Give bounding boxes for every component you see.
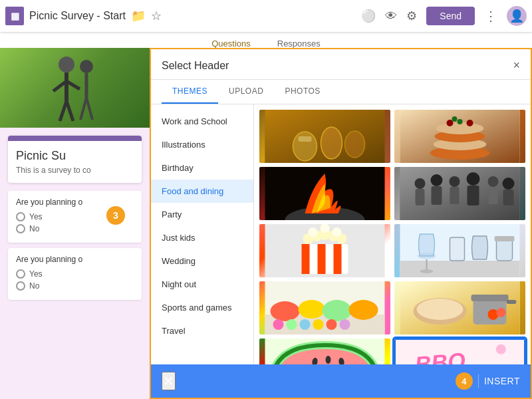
svg-point-52: [309, 227, 318, 237]
photo-tile-drinks[interactable]: [259, 110, 390, 163]
photo-tile-popcorn[interactable]: [259, 224, 390, 277]
badge-3: 3: [106, 206, 125, 225]
category-birthday[interactable]: Birthday: [151, 156, 253, 180]
category-food-dining[interactable]: Food and dining: [151, 180, 253, 203]
form-desc: This is a survey to co: [16, 166, 134, 175]
question-card-2: Are you planning o Yes No: [8, 248, 142, 300]
svg-point-66: [299, 300, 325, 319]
radio-yes-2: Yes: [16, 269, 134, 279]
question-text-2: Are you planning o: [16, 255, 134, 264]
category-party[interactable]: Party: [151, 203, 253, 226]
footer-close-button[interactable]: ✕: [162, 372, 176, 390]
modal-title: Select Header: [162, 60, 229, 72]
form-title: Picnic Su: [16, 149, 134, 163]
svg-point-13: [321, 127, 342, 159]
photo-tile-pancakes[interactable]: [394, 110, 525, 163]
svg-rect-33: [432, 186, 442, 205]
question-text-1: Are you planning o: [16, 198, 134, 207]
svg-point-34: [450, 176, 460, 187]
svg-point-36: [467, 172, 480, 186]
photo-tile-bbq[interactable]: BBQ: [394, 338, 525, 364]
photo-tile-yellow-food[interactable]: [394, 281, 525, 334]
modal-tab-themes[interactable]: THEMES: [162, 80, 218, 104]
svg-rect-61: [497, 239, 513, 261]
radio-no-1: No: [16, 224, 134, 233]
doc-title: Picnic Survey - Start: [29, 10, 126, 22]
svg-point-14: [345, 131, 365, 158]
footer-right: 4 INSERT: [456, 372, 520, 390]
radio-no-2: No: [16, 281, 134, 291]
radio-circle-no-2: [16, 281, 25, 291]
svg-point-22: [447, 120, 454, 126]
category-work-school[interactable]: Work and School: [151, 110, 253, 133]
svg-point-0: [59, 57, 74, 72]
category-night-out[interactable]: Night out: [151, 273, 253, 296]
svg-point-72: [313, 319, 324, 330]
svg-point-65: [271, 301, 300, 321]
radio-circle-yes-1: [16, 212, 25, 221]
svg-line-8: [80, 98, 86, 120]
svg-point-67: [323, 300, 352, 321]
photo-tile-food-spread[interactable]: [259, 281, 390, 334]
svg-point-59: [420, 269, 434, 273]
svg-point-69: [273, 319, 284, 330]
svg-point-12: [293, 132, 317, 161]
form-card-body: Picnic Su This is a survey to co: [8, 141, 142, 183]
svg-point-40: [503, 178, 515, 190]
photo-grid: BBQ 🍕: [254, 104, 531, 364]
svg-point-25: [452, 116, 458, 122]
photo-tile-crowd[interactable]: [394, 167, 525, 220]
star-icon[interactable]: ☆: [151, 9, 162, 23]
svg-rect-78: [471, 295, 509, 301]
category-just-kids[interactable]: Just kids: [151, 226, 253, 249]
settings-icon[interactable]: ⚙: [406, 9, 417, 23]
svg-point-6: [80, 60, 93, 73]
category-travel[interactable]: Travel: [151, 319, 253, 342]
svg-line-3: [66, 101, 73, 121]
svg-point-93: [496, 344, 506, 354]
svg-point-38: [488, 176, 499, 187]
svg-rect-37: [467, 186, 479, 205]
radio-label-no-1: No: [29, 224, 39, 233]
menu-dots-icon[interactable]: ⋮: [484, 8, 497, 24]
modal-header: Select Header ×: [151, 49, 531, 80]
modal-close-button[interactable]: ×: [513, 59, 520, 72]
svg-point-32: [431, 174, 443, 186]
svg-rect-60: [450, 237, 465, 261]
svg-point-54: [332, 227, 342, 237]
svg-rect-44: [302, 244, 310, 274]
palette-icon[interactable]: ⚪: [361, 9, 376, 23]
svg-point-68: [349, 300, 378, 320]
folder-icon[interactable]: 📁: [131, 9, 146, 23]
form-card-header: [8, 136, 142, 141]
bg-content: Picnic Su This is a survey to co Are you…: [0, 48, 150, 399]
category-wedding[interactable]: Wedding: [151, 249, 253, 273]
radio-label-yes-2: Yes: [29, 269, 43, 279]
modal-tab-photos[interactable]: PHOTOS: [274, 80, 331, 104]
svg-point-70: [287, 319, 297, 330]
insert-button[interactable]: INSERT: [484, 376, 520, 386]
app-icon: ▦: [5, 7, 24, 25]
topbar-left: ▦ Picnic Survey - Start 📁 ☆: [5, 7, 361, 25]
radio-label-no-2: No: [29, 281, 39, 291]
category-illustrations[interactable]: Illustrations: [151, 133, 253, 156]
photo-tile-fire[interactable]: [259, 167, 390, 220]
svg-point-71: [300, 319, 311, 330]
modal-tab-upload[interactable]: UPLOAD: [218, 80, 274, 104]
avatar: 👤: [507, 6, 527, 26]
eye-icon[interactable]: 👁: [385, 9, 397, 23]
photo-tile-fruit[interactable]: [259, 338, 390, 364]
radio-label-yes-1: Yes: [29, 212, 43, 221]
svg-point-24: [467, 120, 473, 126]
radio-circle-yes-2: [16, 269, 25, 279]
send-button[interactable]: Send: [426, 7, 475, 25]
svg-point-30: [415, 178, 426, 189]
svg-rect-31: [416, 189, 425, 205]
category-sports-games[interactable]: Sports and games: [151, 296, 253, 319]
svg-point-23: [458, 119, 463, 124]
svg-point-73: [327, 319, 337, 330]
photo-tile-glasses[interactable]: [394, 224, 525, 277]
category-list: Work and School Illustrations Birthday F…: [151, 104, 254, 364]
svg-point-83: [417, 299, 464, 320]
bg-image: [0, 48, 150, 128]
